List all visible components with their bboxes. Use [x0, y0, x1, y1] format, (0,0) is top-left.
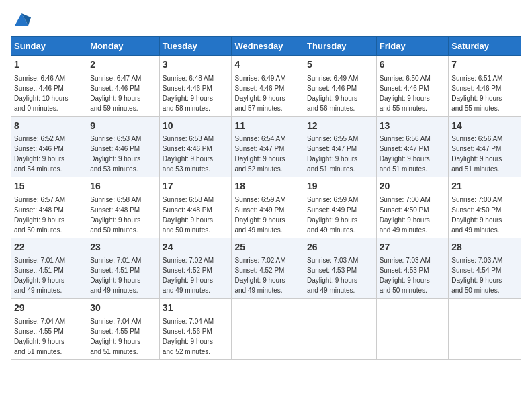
day-number: 29 — [14, 302, 84, 315]
calendar-week-row: 22Sunrise: 7:01 AM Sunset: 4:51 PM Dayli… — [11, 238, 521, 299]
day-info: Sunrise: 6:46 AM Sunset: 4:46 PM Dayligh… — [14, 75, 69, 112]
day-number: 5 — [307, 58, 373, 72]
day-info: Sunrise: 7:03 AM Sunset: 4:54 PM Dayligh… — [451, 257, 502, 294]
column-header-saturday: Saturday — [449, 37, 521, 56]
calendar-cell: 3Sunrise: 6:48 AM Sunset: 4:46 PM Daylig… — [159, 56, 232, 117]
calendar-cell: 6Sunrise: 6:50 AM Sunset: 4:46 PM Daylig… — [376, 56, 449, 117]
logo-icon — [12, 11, 31, 30]
column-header-friday: Friday — [376, 37, 449, 56]
day-info: Sunrise: 7:00 AM Sunset: 4:50 PM Dayligh… — [451, 196, 502, 234]
column-header-wednesday: Wednesday — [232, 37, 304, 56]
day-info: Sunrise: 6:55 AM Sunset: 4:47 PM Dayligh… — [307, 135, 358, 173]
day-number: 17 — [163, 180, 229, 193]
day-info: Sunrise: 7:03 AM Sunset: 4:53 PM Dayligh… — [380, 257, 431, 294]
day-info: Sunrise: 7:04 AM Sunset: 4:56 PM Dayligh… — [163, 318, 214, 355]
calendar-cell — [449, 299, 521, 360]
day-number: 23 — [90, 241, 157, 255]
day-info: Sunrise: 6:59 AM Sunset: 4:49 PM Dayligh… — [234, 196, 285, 234]
column-header-monday: Monday — [87, 37, 160, 56]
column-header-sunday: Sunday — [11, 37, 87, 56]
day-number: 4 — [234, 58, 301, 72]
day-number: 11 — [234, 120, 301, 133]
day-info: Sunrise: 6:53 AM Sunset: 4:46 PM Dayligh… — [163, 135, 214, 173]
calendar-cell: 26Sunrise: 7:03 AM Sunset: 4:53 PM Dayli… — [304, 238, 377, 299]
calendar-cell: 25Sunrise: 7:02 AM Sunset: 4:52 PM Dayli… — [232, 238, 304, 299]
day-info: Sunrise: 6:52 AM Sunset: 4:46 PM Dayligh… — [14, 135, 65, 173]
day-number: 30 — [90, 302, 157, 315]
day-number: 8 — [14, 120, 84, 133]
day-number: 18 — [234, 180, 301, 193]
calendar-cell: 31Sunrise: 7:04 AM Sunset: 4:56 PM Dayli… — [159, 299, 232, 360]
calendar-cell: 11Sunrise: 6:54 AM Sunset: 4:47 PM Dayli… — [232, 116, 304, 177]
calendar-cell: 14Sunrise: 6:56 AM Sunset: 4:47 PM Dayli… — [449, 116, 521, 177]
day-info: Sunrise: 6:51 AM Sunset: 4:46 PM Dayligh… — [451, 75, 502, 112]
day-info: Sunrise: 6:50 AM Sunset: 4:46 PM Dayligh… — [380, 75, 431, 112]
day-number: 14 — [451, 120, 518, 133]
calendar-cell: 7Sunrise: 6:51 AM Sunset: 4:46 PM Daylig… — [449, 56, 521, 117]
day-number: 16 — [90, 180, 157, 193]
day-info: Sunrise: 7:01 AM Sunset: 4:51 PM Dayligh… — [90, 257, 141, 294]
day-number: 19 — [307, 180, 373, 193]
calendar-cell: 15Sunrise: 6:57 AM Sunset: 4:48 PM Dayli… — [11, 177, 87, 238]
day-number: 1 — [14, 58, 84, 72]
calendar-week-row: 29Sunrise: 7:04 AM Sunset: 4:55 PM Dayli… — [11, 299, 521, 360]
day-info: Sunrise: 6:54 AM Sunset: 4:47 PM Dayligh… — [234, 135, 285, 173]
day-info: Sunrise: 6:56 AM Sunset: 4:47 PM Dayligh… — [380, 135, 431, 173]
day-info: Sunrise: 6:48 AM Sunset: 4:46 PM Dayligh… — [163, 75, 214, 112]
day-number: 25 — [234, 241, 301, 255]
day-number: 20 — [380, 180, 446, 193]
day-info: Sunrise: 6:57 AM Sunset: 4:48 PM Dayligh… — [14, 196, 65, 234]
day-info: Sunrise: 7:02 AM Sunset: 4:52 PM Dayligh… — [234, 257, 285, 294]
calendar-cell: 23Sunrise: 7:01 AM Sunset: 4:51 PM Dayli… — [87, 238, 160, 299]
day-number: 2 — [90, 58, 157, 72]
calendar-cell: 17Sunrise: 6:58 AM Sunset: 4:48 PM Dayli… — [159, 177, 232, 238]
calendar-cell: 28Sunrise: 7:03 AM Sunset: 4:54 PM Dayli… — [449, 238, 521, 299]
calendar-cell: 19Sunrise: 6:59 AM Sunset: 4:49 PM Dayli… — [304, 177, 377, 238]
calendar-cell: 21Sunrise: 7:00 AM Sunset: 4:50 PM Dayli… — [449, 177, 521, 238]
calendar-cell — [376, 299, 449, 360]
day-number: 31 — [163, 302, 229, 315]
day-info: Sunrise: 7:00 AM Sunset: 4:50 PM Dayligh… — [380, 196, 431, 234]
calendar-cell: 20Sunrise: 7:00 AM Sunset: 4:50 PM Dayli… — [376, 177, 449, 238]
calendar-cell: 29Sunrise: 7:04 AM Sunset: 4:55 PM Dayli… — [11, 299, 87, 360]
calendar-cell: 4Sunrise: 6:49 AM Sunset: 4:46 PM Daylig… — [232, 56, 304, 117]
calendar-cell: 27Sunrise: 7:03 AM Sunset: 4:53 PM Dayli… — [376, 238, 449, 299]
calendar-table: SundayMondayTuesdayWednesdayThursdayFrid… — [11, 36, 521, 360]
day-info: Sunrise: 6:49 AM Sunset: 4:46 PM Dayligh… — [234, 75, 285, 112]
page-header — [11, 11, 521, 30]
day-number: 13 — [380, 120, 446, 133]
day-number: 12 — [307, 120, 373, 133]
day-number: 21 — [451, 180, 518, 193]
calendar-cell — [232, 299, 304, 360]
calendar-cell: 16Sunrise: 6:58 AM Sunset: 4:48 PM Dayli… — [87, 177, 160, 238]
calendar-cell: 22Sunrise: 7:01 AM Sunset: 4:51 PM Dayli… — [11, 238, 87, 299]
day-number: 3 — [163, 58, 229, 72]
day-info: Sunrise: 6:53 AM Sunset: 4:46 PM Dayligh… — [90, 135, 141, 173]
day-info: Sunrise: 6:49 AM Sunset: 4:46 PM Dayligh… — [307, 75, 358, 112]
calendar-week-row: 1Sunrise: 6:46 AM Sunset: 4:46 PM Daylig… — [11, 56, 521, 117]
day-info: Sunrise: 6:56 AM Sunset: 4:47 PM Dayligh… — [451, 135, 502, 173]
day-info: Sunrise: 7:03 AM Sunset: 4:53 PM Dayligh… — [307, 257, 358, 294]
day-number: 28 — [451, 241, 518, 255]
day-info: Sunrise: 7:04 AM Sunset: 4:55 PM Dayligh… — [14, 318, 65, 355]
column-header-tuesday: Tuesday — [159, 37, 232, 56]
calendar-cell: 9Sunrise: 6:53 AM Sunset: 4:46 PM Daylig… — [87, 116, 160, 177]
day-info: Sunrise: 7:04 AM Sunset: 4:55 PM Dayligh… — [90, 318, 141, 355]
calendar-cell: 13Sunrise: 6:56 AM Sunset: 4:47 PM Dayli… — [376, 116, 449, 177]
day-number: 6 — [380, 58, 446, 72]
logo — [11, 11, 31, 30]
calendar-cell: 24Sunrise: 7:02 AM Sunset: 4:52 PM Dayli… — [159, 238, 232, 299]
calendar-cell: 5Sunrise: 6:49 AM Sunset: 4:46 PM Daylig… — [304, 56, 377, 117]
calendar-cell: 8Sunrise: 6:52 AM Sunset: 4:46 PM Daylig… — [11, 116, 87, 177]
day-info: Sunrise: 6:47 AM Sunset: 4:46 PM Dayligh… — [90, 75, 141, 112]
calendar-week-row: 15Sunrise: 6:57 AM Sunset: 4:48 PM Dayli… — [11, 177, 521, 238]
day-number: 9 — [90, 120, 157, 133]
day-number: 24 — [163, 241, 229, 255]
column-header-thursday: Thursday — [304, 37, 377, 56]
calendar-week-row: 8Sunrise: 6:52 AM Sunset: 4:46 PM Daylig… — [11, 116, 521, 177]
day-number: 27 — [380, 241, 446, 255]
day-info: Sunrise: 6:59 AM Sunset: 4:49 PM Dayligh… — [307, 196, 358, 234]
day-info: Sunrise: 6:58 AM Sunset: 4:48 PM Dayligh… — [163, 196, 214, 234]
calendar-cell — [304, 299, 377, 360]
calendar-cell: 10Sunrise: 6:53 AM Sunset: 4:46 PM Dayli… — [159, 116, 232, 177]
